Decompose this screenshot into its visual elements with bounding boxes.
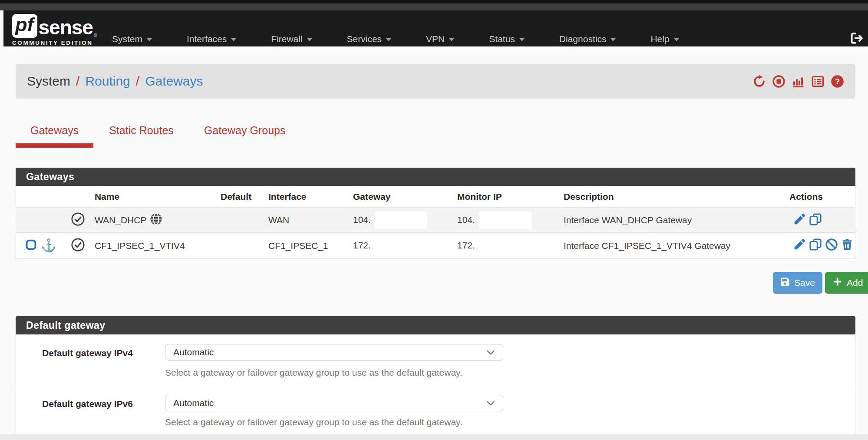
help-icon[interactable]: ?	[831, 75, 844, 88]
breadcrumb: System / Routing / Gateways	[27, 74, 203, 89]
nav-item-label: Help	[650, 34, 669, 44]
chevron-down-icon	[674, 38, 679, 41]
stop-icon[interactable]	[772, 75, 785, 88]
nav-item-diagnostics[interactable]: Diagnostics	[559, 34, 616, 44]
redacted-value	[479, 237, 531, 255]
copy-icon[interactable]	[809, 238, 822, 251]
nav-item-interfaces[interactable]: Interfaces	[187, 34, 236, 44]
gateway-description: Interface WAN_DHCP Gateway	[560, 208, 786, 233]
col-actions: Actions	[786, 186, 855, 208]
check-circle-icon	[71, 244, 85, 254]
logo-sense-text: sense	[38, 17, 92, 38]
chevron-down-icon	[307, 38, 312, 41]
breadcrumb-separator: /	[136, 74, 139, 89]
col-interface: Interface	[265, 186, 350, 208]
check-circle-icon	[71, 218, 85, 228]
col-flags	[16, 186, 55, 208]
sign-out-icon[interactable]	[850, 31, 864, 47]
nav-item-status[interactable]: Status	[489, 34, 525, 44]
default-gateway-ipv4-select[interactable]: Automatic	[165, 344, 503, 361]
logo-registered-mark: ®	[94, 33, 97, 38]
chevron-down-icon	[519, 38, 525, 41]
save-button[interactable]: Save	[773, 272, 822, 294]
edit-icon[interactable]	[793, 238, 806, 251]
delete-icon[interactable]	[841, 238, 853, 251]
add-button-label: Add	[847, 278, 863, 288]
gateway-description: Interface CF1_IPSEC_1_VTIV4 Gateway	[560, 233, 786, 258]
col-description: Description	[560, 186, 786, 208]
chevron-down-icon	[231, 38, 236, 41]
col-status	[55, 186, 91, 208]
nav-item-label: Services	[347, 34, 382, 44]
edit-icon[interactable]	[793, 213, 806, 226]
default-gateway-ipv6-label: Default gateway IPv6	[42, 399, 133, 409]
page-toolbar-icons: ?	[752, 75, 844, 88]
nav-item-label: Firewall	[271, 34, 302, 44]
plus-icon	[832, 277, 842, 289]
log-icon[interactable]	[811, 75, 825, 88]
pfsense-logo[interactable]: pf sense ® COMMUNITY EDITION	[12, 14, 97, 46]
tab-gateway-groups[interactable]: Gateway Groups	[204, 124, 286, 137]
gateway-name: CF1_IPSEC_1_VTIV4	[91, 233, 217, 258]
col-gateway: Gateway	[350, 186, 454, 208]
nav-item-system[interactable]: System	[112, 34, 152, 44]
main-navbar: System Interfaces Firewall Services VPN …	[0, 10, 868, 46]
monitor-graph-icon[interactable]	[792, 75, 805, 88]
chevron-down-icon	[486, 398, 495, 408]
breadcrumb-root: System	[27, 74, 70, 89]
page-bottom-strip	[0, 434, 868, 440]
nav-item-label: Interfaces	[187, 34, 227, 44]
default-gateway-ipv6-help: Select a gateway or failover gateway gro…	[165, 417, 462, 427]
nav-item-label: VPN	[426, 34, 445, 44]
breadcrumb-link-routing[interactable]: Routing	[85, 74, 130, 89]
tab-static-routes[interactable]: Static Routes	[109, 124, 174, 137]
navbar-left-gap	[0, 10, 3, 46]
breadcrumb-bar: System / Routing / Gateways	[16, 64, 855, 99]
navbar-menu: System Interfaces Firewall Services VPN …	[112, 21, 679, 57]
nav-item-firewall[interactable]: Firewall	[271, 34, 312, 44]
globe-icon	[150, 213, 162, 228]
nav-item-services[interactable]: Services	[347, 34, 392, 44]
nav-item-vpn[interactable]: VPN	[426, 34, 454, 44]
nav-item-label: Status	[489, 34, 515, 44]
svg-text:?: ?	[835, 76, 840, 86]
anchor-icon: ⚓	[41, 239, 56, 252]
col-monitor-ip: Monitor IP	[454, 186, 560, 208]
redacted-value	[375, 237, 427, 255]
gateway-default-cell	[217, 233, 265, 258]
redacted-value	[375, 212, 427, 229]
tab-gateways[interactable]: Gateways	[30, 124, 79, 137]
copy-icon[interactable]	[809, 213, 822, 226]
table-row: ⚓ CF1_IPSEC_1_VTIV4	[16, 233, 855, 258]
gateway-interface: WAN	[265, 208, 350, 233]
gateway-interface: CF1_IPSEC_1	[265, 233, 350, 258]
chevron-down-icon	[449, 38, 454, 41]
default-gateway-ipv4-label: Default gateway IPv4	[42, 348, 133, 358]
gateways-panel-title: Gateways	[16, 168, 855, 186]
breadcrumb-link-gateways[interactable]: Gateways	[145, 74, 203, 89]
nav-item-help[interactable]: Help	[650, 34, 679, 44]
refresh-icon[interactable]	[752, 75, 766, 88]
form-row-ipv4: Default gateway IPv4 Automatic Select a …	[16, 334, 855, 388]
monitor-ip: 104.	[457, 215, 475, 225]
logo-pf-box: pf	[12, 14, 37, 38]
form-row-ipv6: Default gateway IPv6 Automatic Select a …	[16, 388, 855, 434]
routing-tabs: Gateways Static Routes Gateway Groups	[30, 124, 316, 137]
gateway-name: WAN_DHCP	[95, 215, 146, 225]
add-button[interactable]: Add	[825, 272, 868, 294]
table-header-row: Name Default Interface Gateway Monitor I…	[16, 186, 855, 208]
default-gateway-ipv6-select[interactable]: Automatic	[165, 395, 503, 411]
chevron-down-icon	[147, 38, 152, 41]
chevron-down-icon	[486, 347, 495, 357]
selected-value: Automatic	[173, 347, 214, 357]
disable-icon[interactable]	[825, 238, 838, 251]
logo-edition-text: COMMUNITY EDITION	[12, 40, 97, 46]
square-icon	[25, 239, 37, 253]
window-top-line	[0, 0, 868, 3]
default-gateway-ipv4-help: Select a gateway or failover gateway gro…	[165, 367, 462, 378]
default-gateway-panel-title: Default gateway	[16, 316, 855, 334]
chevron-down-icon	[611, 38, 616, 41]
col-name: Name	[91, 186, 217, 208]
chevron-down-icon	[386, 38, 391, 41]
col-default: Default	[217, 186, 265, 208]
